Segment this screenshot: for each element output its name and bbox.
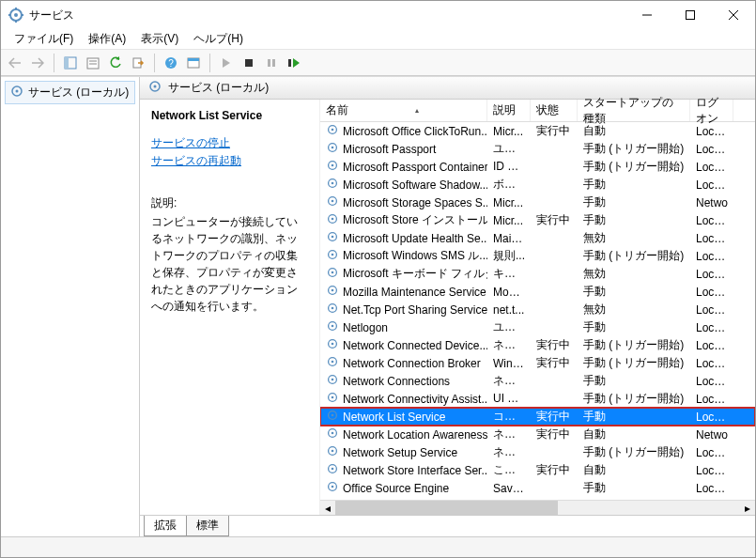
service-desc: このサ... bbox=[487, 462, 531, 478]
properties-button[interactable] bbox=[83, 53, 103, 73]
tab-standard[interactable]: 標準 bbox=[186, 516, 229, 536]
service-row[interactable]: Microsoft Software Shadow...ボリュ...手動Loca… bbox=[320, 176, 755, 194]
service-start: 手動 (トリガー開始) bbox=[578, 337, 690, 353]
svg-point-43 bbox=[332, 254, 334, 256]
service-logon: Local S bbox=[690, 143, 733, 156]
service-row[interactable]: Network Location Awarenessネット...実行中自動Net… bbox=[320, 426, 755, 443]
service-rows[interactable]: Microsoft Office ClickToRun...Micr...実行中… bbox=[320, 122, 755, 500]
tab-extended[interactable]: 拡張 bbox=[144, 516, 187, 536]
service-name: Microsoft Update Health Se... bbox=[343, 232, 487, 245]
service-icon bbox=[326, 373, 339, 389]
service-row[interactable]: Network Connectionsネット...手動Local S bbox=[320, 372, 755, 390]
detail-pane: Network List Service サービスの停止 サービスの再起動 説明… bbox=[140, 100, 320, 515]
service-row[interactable]: Network Connection BrokerWind...実行中手動 (ト… bbox=[320, 354, 755, 372]
service-icon bbox=[326, 409, 339, 425]
service-row[interactable]: Netlogonユーザ...手動Local S bbox=[320, 318, 755, 336]
svg-point-27 bbox=[154, 85, 157, 88]
nav-back-button[interactable] bbox=[5, 53, 25, 73]
svg-point-49 bbox=[332, 307, 334, 310]
scroll-left-icon[interactable]: ◂ bbox=[320, 501, 335, 515]
service-row[interactable]: Microsoft Storage Spaces S...Micr...手動Ne… bbox=[320, 194, 755, 211]
service-name: Microsoft Passport Container bbox=[343, 161, 487, 174]
svg-point-63 bbox=[332, 432, 334, 435]
service-status: 実行中 bbox=[531, 355, 578, 371]
stop-service-button[interactable] bbox=[239, 53, 259, 73]
service-row[interactable]: Network Store Interface Ser...このサ...実行中自… bbox=[320, 461, 755, 479]
service-start: 手動 bbox=[578, 480, 690, 496]
service-start: 手動 bbox=[578, 319, 690, 335]
service-row[interactable]: Network Connectivity Assist...UI コ...手動 … bbox=[320, 390, 755, 408]
service-row[interactable]: Microsoft Passportユーザ...手動 (トリガー開始)Local… bbox=[320, 140, 755, 158]
service-icon bbox=[326, 284, 339, 300]
minimize-button[interactable] bbox=[625, 1, 669, 29]
svg-point-41 bbox=[332, 236, 334, 239]
service-start: 無効 bbox=[578, 302, 690, 318]
menu-help[interactable]: ヘルプ(H) bbox=[186, 29, 251, 49]
window-title: サービス bbox=[29, 8, 625, 23]
service-row[interactable]: Microsoft Update Health Se...Main...無効Lo… bbox=[320, 229, 755, 247]
menu-action[interactable]: 操作(A) bbox=[81, 29, 133, 49]
service-row[interactable]: Microsoft Passport ContainerID プ...手動 (ト… bbox=[320, 158, 755, 176]
service-row[interactable]: Microsoft Store インストール ...Micr...実行中手動Lo… bbox=[320, 211, 755, 229]
service-logon: Local S bbox=[690, 286, 733, 299]
col-name[interactable]: 名前▴ bbox=[320, 100, 487, 121]
svg-rect-11 bbox=[65, 57, 69, 69]
service-logon: Local S bbox=[690, 464, 733, 477]
service-row[interactable]: Network Setup Serviceネット...手動 (トリガー開始)Lo… bbox=[320, 443, 755, 461]
service-name: Mozilla Maintenance Service bbox=[343, 286, 486, 299]
nav-fwd-button[interactable] bbox=[27, 53, 48, 73]
col-logon[interactable]: ログオン bbox=[690, 100, 733, 121]
service-name: Microsoft Passport bbox=[343, 143, 436, 156]
scroll-thumb[interactable] bbox=[335, 501, 558, 515]
service-name: Network Connection Broker bbox=[343, 357, 481, 370]
service-row[interactable]: Microsoft キーボード フィルターキーボ...無効Local S bbox=[320, 265, 755, 283]
service-desc: Main... bbox=[487, 232, 531, 245]
help-button[interactable]: ? bbox=[161, 53, 181, 73]
service-row[interactable]: Network Connected Device...ネット...実行中手動 (… bbox=[320, 336, 755, 354]
maximize-button[interactable] bbox=[669, 1, 712, 29]
start-service-button[interactable] bbox=[216, 53, 237, 73]
service-name: Microsoft Office ClickToRun... bbox=[343, 125, 487, 138]
export-button[interactable] bbox=[128, 53, 148, 73]
link-restart-service[interactable]: サービスの再起動 bbox=[151, 153, 308, 169]
col-startup[interactable]: スタートアップの種類 bbox=[578, 100, 690, 121]
help2-button[interactable] bbox=[183, 53, 204, 73]
app-icon bbox=[8, 8, 23, 23]
service-row[interactable]: Microsoft Office ClickToRun...Micr...実行中… bbox=[320, 122, 755, 140]
service-desc: キーボ... bbox=[487, 266, 531, 282]
col-desc[interactable]: 説明 bbox=[487, 100, 531, 121]
service-name: Net.Tcp Port Sharing Service bbox=[343, 303, 487, 317]
link-stop-service[interactable]: サービスの停止 bbox=[151, 135, 308, 151]
horiz-scrollbar[interactable]: ◂ ▸ bbox=[320, 500, 755, 515]
tree-node-local[interactable]: サービス (ローカル) bbox=[5, 81, 135, 104]
pause-service-button[interactable] bbox=[261, 53, 282, 73]
service-status: 実行中 bbox=[531, 123, 578, 139]
service-row[interactable]: Microsoft Windows SMS ル...規則...手動 (トリガー開… bbox=[320, 247, 755, 265]
service-logon: Local S bbox=[690, 178, 733, 192]
menu-file[interactable]: ファイル(F) bbox=[7, 29, 81, 49]
service-row[interactable]: Net.Tcp Port Sharing Servicenet.t...無効Lo… bbox=[320, 301, 755, 318]
service-name: Network Location Awareness bbox=[343, 428, 487, 442]
service-row[interactable]: Network List Serviceコンピ...実行中手動Local S bbox=[320, 408, 755, 426]
tree-pane[interactable]: サービス (ローカル) bbox=[1, 77, 140, 536]
show-hide-tree-button[interactable] bbox=[60, 53, 81, 73]
service-name: Microsoft Windows SMS ル... bbox=[343, 248, 487, 264]
service-row[interactable]: Mozilla Maintenance ServiceMozi...手動Loca… bbox=[320, 283, 755, 301]
service-desc: Wind... bbox=[487, 357, 531, 370]
menu-view[interactable]: 表示(V) bbox=[133, 29, 186, 49]
col-status[interactable]: 状態 bbox=[531, 100, 578, 121]
refresh-button[interactable] bbox=[105, 53, 126, 73]
svg-rect-23 bbox=[288, 59, 291, 67]
scroll-right-icon[interactable]: ▸ bbox=[740, 501, 755, 515]
service-start: 自動 bbox=[578, 462, 690, 478]
service-icon bbox=[326, 177, 339, 193]
close-button[interactable] bbox=[712, 1, 755, 29]
titlebar[interactable]: サービス bbox=[1, 1, 755, 29]
svg-point-1 bbox=[14, 13, 18, 17]
service-desc: Micr... bbox=[487, 125, 531, 138]
restart-service-button[interactable] bbox=[284, 53, 304, 73]
svg-point-33 bbox=[332, 164, 334, 167]
service-row[interactable]: Office Source EngineSave...手動Local S bbox=[320, 479, 755, 497]
service-logon: Local S bbox=[690, 411, 733, 424]
service-desc: UI コ... bbox=[487, 391, 531, 407]
